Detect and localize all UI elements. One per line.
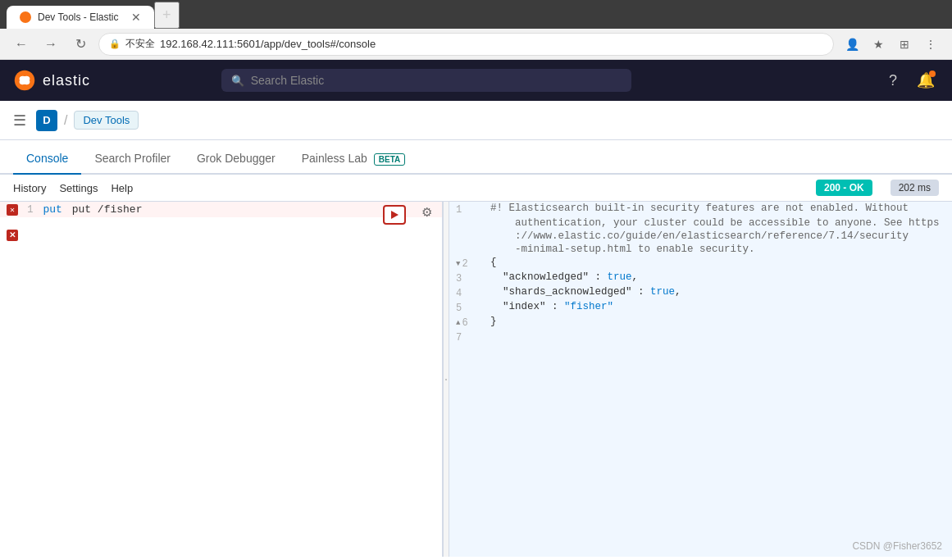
output-linenum-1d: [456, 244, 481, 245]
tab-title: Dev Tools - Elastic: [38, 11, 118, 23]
breadcrumb-avatar: D: [36, 110, 57, 131]
editor-settings-button[interactable]: ⚙: [421, 205, 432, 220]
browser-actions: 👤 ★ ⊞ ⋮: [840, 33, 942, 56]
lock-icon: 🔒: [109, 39, 121, 49]
tab-grok-debugger[interactable]: Grok Debugger: [184, 143, 289, 175]
output-text-1: #! Elasticsearch built-in security featu…: [490, 203, 909, 214]
line-number-1: ✕ 1: [7, 203, 33, 216]
output-line-1b: authentication, your cluster could be ac…: [449, 216, 952, 230]
error-icon: ✕: [7, 204, 18, 216]
output-text-2: {: [490, 257, 497, 268]
play-icon: [389, 210, 399, 220]
output-linenum-4: 4: [456, 286, 481, 299]
elastic-logo-icon: [13, 69, 36, 92]
output-linenum-1: 1: [456, 203, 481, 216]
back-button[interactable]: ←: [10, 33, 33, 56]
fold-icon-2[interactable]: ▼: [456, 260, 460, 268]
browser-tabs: Dev Tools - Elastic ✕ +: [7, 0, 180, 29]
elastic-logo[interactable]: elastic: [13, 69, 90, 92]
status-ok-badge: 200 - OK: [816, 180, 872, 196]
extension-btn[interactable]: ⊞: [893, 33, 916, 56]
output-line-4: 4 "shards_acknowledged" : true,: [449, 285, 952, 300]
address-bar[interactable]: 🔒 不安全 192.168.42.111:5601/app/dev_tools#…: [98, 33, 834, 56]
panel-divider[interactable]: ⋮: [443, 202, 449, 557]
breadcrumb-separator: /: [64, 113, 67, 128]
browser-chrome: Dev Tools - Elastic ✕ +: [0, 0, 952, 29]
output-text-1b: authentication, your cluster could be ac…: [490, 217, 940, 229]
run-button[interactable]: [383, 205, 406, 225]
input-line-content: put put /fisher: [43, 203, 435, 216]
browser-controls: ← → ↻ 🔒 不安全 192.168.42.111:5601/app/dev_…: [0, 29, 952, 60]
output-text-6: }: [490, 316, 497, 327]
tab-painless-lab[interactable]: Painless Lab BETA: [289, 143, 419, 175]
delete-button[interactable]: ✕: [7, 226, 18, 241]
search-input[interactable]: [251, 74, 622, 87]
delete-icon: ✕: [7, 230, 18, 241]
help-button[interactable]: Help: [111, 182, 133, 194]
bookmark-btn[interactable]: ★: [867, 33, 890, 56]
nav-bar: ☰ D / Dev Tools: [0, 101, 952, 140]
fold-icon-6[interactable]: ▲: [456, 319, 460, 327]
toolbar: History Settings Help 200 - OK 202 ms: [0, 175, 952, 202]
status-time-badge: 202 ms: [891, 180, 939, 196]
svg-marker-3: [391, 211, 399, 219]
breadcrumb-label[interactable]: Dev Tools: [74, 111, 139, 130]
url-path: put /fisher: [72, 203, 143, 216]
output-linenum-5: 5: [456, 301, 481, 314]
beta-badge: BETA: [374, 153, 405, 166]
settings-button[interactable]: Settings: [59, 182, 98, 194]
output-line-2[interactable]: ▼ 2 {: [449, 256, 952, 271]
output-text-5: "index" : "fisher": [490, 301, 613, 312]
address-text: 192.168.42.111:5601/app/dev_tools#/conso…: [160, 38, 376, 50]
output-linenum-6: ▲ 6: [456, 316, 481, 329]
tab-console[interactable]: Console: [13, 143, 81, 175]
tab-close-button[interactable]: ✕: [131, 11, 141, 24]
output-text-1d: -minimal-setup.html to enable security.: [490, 244, 755, 255]
right-panel: 1 #! Elasticsearch built-in security fea…: [449, 202, 952, 557]
refresh-button[interactable]: ↻: [69, 33, 92, 56]
delete-btn-container: ✕: [7, 226, 18, 241]
hamburger-button[interactable]: ☰: [13, 112, 26, 130]
help-icon-btn[interactable]: ?: [880, 67, 906, 93]
run-btn-container: [383, 205, 406, 225]
output-text-3: "acknowledged" : true,: [490, 271, 638, 283]
elastic-logo-text: elastic: [43, 72, 90, 89]
editor-settings-container: ⚙: [421, 205, 432, 220]
profile-icon-btn[interactable]: 👤: [840, 33, 863, 56]
forward-button[interactable]: →: [39, 33, 62, 56]
search-input-wrapper[interactable]: 🔍: [221, 69, 631, 92]
output-linenum-1c: [456, 230, 481, 232]
menu-btn[interactable]: ⋮: [919, 33, 942, 56]
header-actions: ? 🔔: [880, 67, 939, 93]
left-panel: ✕ 1 put put /fisher ⚙ ✕: [0, 202, 443, 557]
output-line-1d: -minimal-setup.html to enable security.: [449, 243, 952, 256]
history-button[interactable]: History: [13, 182, 46, 194]
tab-favicon: [20, 11, 31, 23]
output-linenum-7: 7: [456, 330, 481, 344]
output-line-1: 1 #! Elasticsearch built-in security fea…: [449, 202, 952, 216]
tab-search-profiler[interactable]: Search Profiler: [81, 143, 184, 175]
output-linenum-3: 3: [456, 271, 481, 285]
lock-label: 不安全: [125, 37, 155, 51]
new-tab-button[interactable]: +: [154, 2, 180, 29]
output-text-4: "shards_acknowledged" : true,: [490, 286, 681, 298]
output-line-1c: ://www.elastic.co/guide/en/elasticsearch…: [449, 230, 952, 243]
output-linenum-1b: [456, 217, 481, 219]
tabs-bar: Console Search Profiler Grok Debugger Pa…: [0, 140, 952, 175]
output-line-6[interactable]: ▲ 6 }: [449, 315, 952, 330]
output-text-1c: ://www.elastic.co/guide/en/elasticsearch…: [490, 230, 909, 242]
output-line-7: 7: [449, 330, 952, 344]
notification-dot: [929, 71, 936, 77]
editor-input-line[interactable]: ✕ 1 put put /fisher: [0, 202, 442, 217]
app-header: elastic 🔍 ? 🔔: [0, 60, 952, 101]
watermark: CSDN @Fisher3652: [852, 540, 942, 552]
output-line-3: 3 "acknowledged" : true,: [449, 271, 952, 285]
search-icon: 🔍: [231, 75, 244, 87]
browser-tab-active[interactable]: Dev Tools - Elastic ✕: [7, 6, 154, 29]
output-line-5: 5 "index" : "fisher": [449, 300, 952, 315]
editor-area: ✕ 1 put put /fisher ⚙ ✕: [0, 202, 952, 557]
http-method: put: [43, 203, 61, 216]
output-linenum-2: ▼ 2: [456, 257, 481, 270]
notification-btn[interactable]: 🔔: [913, 67, 939, 93]
search-bar: 🔍: [221, 69, 631, 92]
